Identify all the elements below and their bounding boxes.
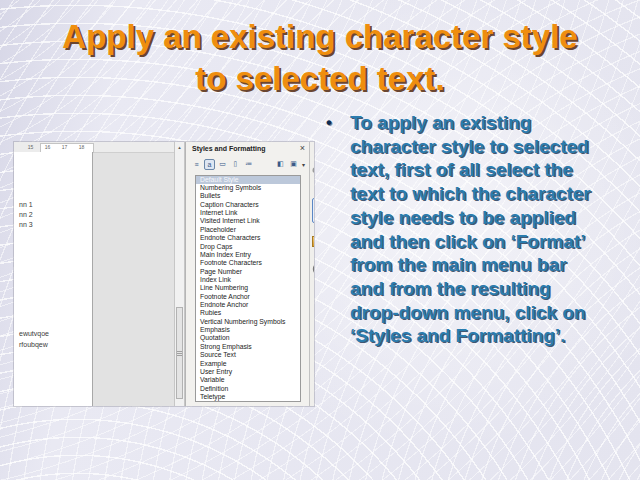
scrollbar-grip <box>177 355 182 356</box>
style-list-item[interactable]: Bullets <box>196 192 300 200</box>
style-list-item[interactable]: Teletype <box>196 393 300 401</box>
style-list-item[interactable]: Index Link <box>196 276 300 284</box>
list-styles-button[interactable]: ≔ <box>243 159 254 170</box>
document-text-line: nn 1 <box>19 200 33 210</box>
style-list-item[interactable]: Vertical Numbering Symbols <box>196 318 300 326</box>
document-text-line: nn 2 <box>19 210 33 220</box>
style-list-item[interactable]: User Entry <box>196 368 300 376</box>
navigator-compass-icon[interactable] <box>312 262 314 276</box>
scroll-up-icon[interactable]: ▴ <box>175 142 184 152</box>
slide-title: Apply an existing character style to sel… <box>20 16 620 100</box>
sidebar-tab-strip: T <box>309 142 314 406</box>
style-list-item[interactable]: Quotation <box>196 334 300 342</box>
style-list-item[interactable]: Page Number <box>196 268 300 276</box>
style-list-item[interactable]: Endnote Characters <box>196 234 300 242</box>
bullet-item: • To apply an existing character style t… <box>326 111 634 348</box>
bullet-text: To apply an existing character style to … <box>350 111 634 348</box>
style-list-item[interactable]: Source Text <box>196 351 300 359</box>
style-list-item[interactable]: Variable <box>196 376 300 384</box>
styles-formatting-panel: Styles and Formatting × ≡ a ▭ ▯ ≔ ◧ ▣ ▾ … <box>185 142 309 406</box>
new-style-icon[interactable]: ▣ <box>288 159 299 170</box>
gallery-icon[interactable] <box>312 236 314 247</box>
ruler-number: 16 <box>39 142 56 152</box>
document-text-line: nn 3 <box>19 220 33 230</box>
style-list-item[interactable]: Footnote Anchor <box>196 293 300 301</box>
style-list-item[interactable]: Main Index Entry <box>196 251 300 259</box>
scrollbar-grip <box>177 353 182 354</box>
character-styles-button[interactable]: a <box>204 159 215 170</box>
slide: Apply an existing character style to sel… <box>0 0 640 480</box>
properties-wrench-icon[interactable] <box>312 166 314 180</box>
style-list-item-selected[interactable]: Default Style <box>196 176 300 184</box>
style-list-item[interactable]: Numbering Symbols <box>196 184 300 192</box>
tab-styles-and-formatting[interactable]: T <box>312 198 314 223</box>
document-text-top: nn 1nn 2nn 3 <box>19 200 33 230</box>
document-page[interactable]: nn 1nn 2nn 3 ewutvqoerfoubqew <box>14 152 93 406</box>
style-list-item[interactable]: Endnote Anchor <box>196 301 300 309</box>
style-list-item[interactable]: Strong Emphasis <box>196 343 300 351</box>
style-list-item[interactable]: Definition <box>196 385 300 393</box>
fill-format-mode-icon[interactable]: ◧ <box>275 159 286 170</box>
vertical-scrollbar[interactable]: ▴ <box>174 142 185 406</box>
writer-screenshot: 15161718 nn 1nn 2nn 3 ewutvqoerfoubqew ▴… <box>14 142 314 406</box>
style-list-item[interactable]: Internet Link <box>196 209 300 217</box>
scrollbar-thumb[interactable] <box>176 307 183 399</box>
style-list-item[interactable]: Emphasis <box>196 326 300 334</box>
style-list-item[interactable]: Example <box>196 360 300 368</box>
ruler-numbers: 15161718 <box>22 142 90 152</box>
panel-title: Styles and Formatting <box>192 145 266 152</box>
style-list: Default Style Numbering SymbolsBulletsCa… <box>195 175 301 402</box>
ruler-number: 17 <box>56 142 73 152</box>
style-list-item[interactable]: Footnote Characters <box>196 259 300 267</box>
style-list-item[interactable]: Rubies <box>196 309 300 317</box>
page-styles-button[interactable]: ▯ <box>230 159 241 170</box>
document-text-line: rfoubqew <box>19 339 49 350</box>
ruler-number: 18 <box>73 142 90 152</box>
scrollbar-grip <box>177 351 182 352</box>
style-list-item[interactable]: Visited Internet Link <box>196 217 300 225</box>
bullet-marker: • <box>326 111 350 348</box>
paragraph-styles-button[interactable]: ≡ <box>191 159 202 170</box>
close-icon[interactable]: × <box>300 143 305 153</box>
panel-toolbar: ≡ a ▭ ▯ ≔ ◧ ▣ ▾ <box>191 157 305 171</box>
style-list-rows: Numbering SymbolsBulletsCaption Characte… <box>196 184 300 401</box>
style-list-item[interactable]: Placeholder <box>196 226 300 234</box>
document-text-line: ewutvqoe <box>19 328 49 339</box>
ruler-number: 15 <box>22 142 39 152</box>
document-text-bottom: ewutvqoerfoubqew <box>19 328 49 350</box>
frame-styles-button[interactable]: ▭ <box>217 159 228 170</box>
style-list-item[interactable]: Caption Characters <box>196 201 300 209</box>
sidebar-settings-pointer-icon[interactable] <box>312 146 314 158</box>
style-list-item[interactable]: Line Numbering <box>196 284 300 292</box>
chevron-down-icon[interactable]: ▾ <box>302 161 305 168</box>
style-list-item[interactable]: Drop Caps <box>196 243 300 251</box>
